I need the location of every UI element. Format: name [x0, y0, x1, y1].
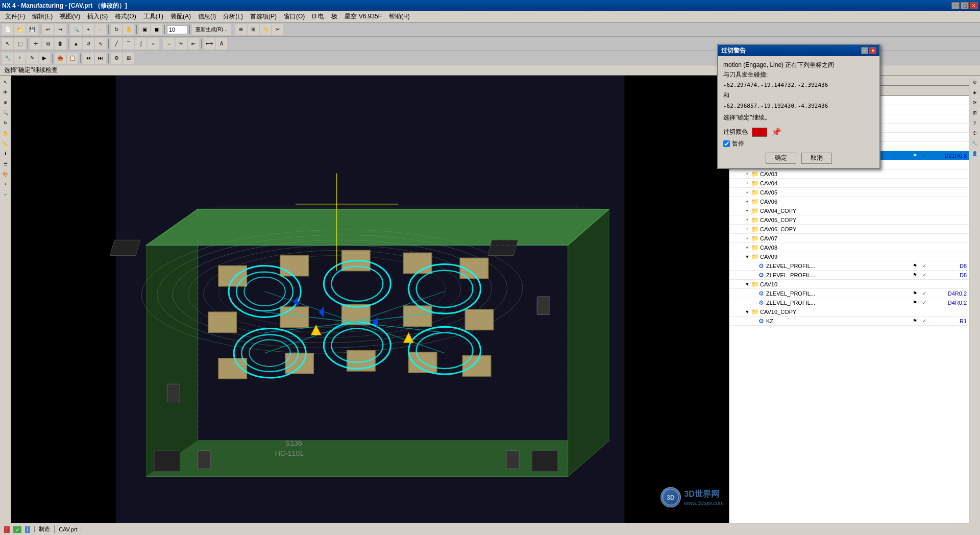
- tree-zlevel-2[interactable]: ⚙ ZLEVEL_PROFIL... ⚑ ✓ D8: [729, 271, 969, 280]
- dialog-pin-icon[interactable]: 📌: [771, 126, 781, 139]
- dialog-temp-checkbox[interactable]: [723, 140, 730, 147]
- sidebar-zoom-icon[interactable]: 🔍: [1, 108, 10, 117]
- create-op-btn[interactable]: +: [14, 53, 26, 64]
- tree-cav10[interactable]: ▼ 📁 CAV10: [729, 280, 969, 289]
- sidebar-minus-icon[interactable]: −: [1, 190, 10, 199]
- exp-cav10[interactable]: ▼: [744, 282, 751, 287]
- delete-btn[interactable]: 🗑: [55, 38, 66, 50]
- menu-file[interactable]: 文件(F): [2, 11, 28, 22]
- save-button[interactable]: 💾: [27, 24, 38, 35]
- note-btn[interactable]: A: [216, 38, 227, 50]
- sidebar-select-icon[interactable]: ↖: [1, 78, 10, 87]
- wireframe-btn[interactable]: ▣: [139, 24, 150, 35]
- sidebar-layer-icon[interactable]: ☰: [1, 159, 10, 168]
- open-button[interactable]: 📂: [14, 24, 26, 35]
- close-button[interactable]: ✕: [970, 2, 978, 9]
- tree-cav07[interactable]: + 📁 CAV07: [729, 234, 969, 243]
- sidebar-view-icon[interactable]: 👁: [1, 88, 10, 97]
- postproc-btn[interactable]: 📤: [55, 53, 66, 64]
- fillet-btn[interactable]: ⌣: [163, 38, 175, 50]
- trim-btn[interactable]: ✁: [176, 38, 187, 50]
- sidebar-measure-icon[interactable]: 📐: [1, 139, 10, 148]
- sidebar-pan-icon[interactable]: ✋: [1, 129, 10, 138]
- menu-analysis[interactable]: 分析(L): [220, 11, 246, 22]
- edit-op-btn[interactable]: ✎: [27, 53, 38, 64]
- rotate-view[interactable]: ↻: [111, 24, 122, 35]
- menu-info[interactable]: 信息(I): [195, 11, 219, 22]
- exp-cav05c[interactable]: +: [744, 217, 751, 223]
- menu-starspace[interactable]: 星空 V6.935F: [341, 11, 385, 22]
- sidebar-plus-icon[interactable]: +: [1, 180, 10, 189]
- rs-icon-person[interactable]: 👤: [970, 149, 979, 158]
- rs-icon-clock[interactable]: ⏱: [970, 129, 979, 138]
- menu-edit[interactable]: 编辑(E): [29, 11, 56, 22]
- menu-extreme[interactable]: 极: [328, 11, 340, 22]
- sidebar-rotate-icon[interactable]: ↻: [1, 118, 10, 128]
- restore-button[interactable]: ◻: [961, 2, 969, 9]
- select-btn[interactable]: ↖: [2, 38, 13, 50]
- dialog-cancel-button[interactable]: 取消: [801, 153, 832, 164]
- measure-button[interactable]: 📏: [260, 24, 271, 35]
- tree-cav10-copy[interactable]: ▼ 📁 CAV10_COPY: [729, 307, 969, 317]
- move-btn[interactable]: ✛: [30, 38, 41, 50]
- zoom-in[interactable]: +: [83, 24, 94, 35]
- tree-cav04[interactable]: + 📁 CAV04: [729, 179, 969, 188]
- circle-btn[interactable]: ○: [148, 38, 159, 50]
- rs-icon-3[interactable]: ⟳: [970, 98, 979, 107]
- dialog-minimize[interactable]: ─: [861, 47, 868, 54]
- extrude-btn[interactable]: ▲: [70, 38, 82, 50]
- zoom-input[interactable]: [167, 25, 187, 34]
- shop-doc-btn[interactable]: 📋: [67, 53, 78, 64]
- pan-view[interactable]: ✋: [123, 24, 134, 35]
- spline-btn[interactable]: ∫: [135, 38, 146, 50]
- dialog-color-swatch[interactable]: [752, 128, 767, 137]
- tree-cav04-copy[interactable]: + 📁 CAV04_COPY: [729, 206, 969, 215]
- new-button[interactable]: 📄: [2, 24, 13, 35]
- tree-cav09[interactable]: ▼ 📁 CAV09: [729, 252, 969, 261]
- rs-icon-2[interactable]: ◈: [970, 88, 979, 97]
- grid-button[interactable]: ⊞: [248, 24, 259, 35]
- op-nav-btn[interactable]: 🔧: [2, 53, 13, 64]
- tree-zlevel-1[interactable]: ⚙ ZLEVEL_PROFIL... ⚑ ✓ D8: [729, 261, 969, 271]
- tree-cav06-copy[interactable]: + 📁 CAV06_COPY: [729, 225, 969, 234]
- replay-btn[interactable]: ⏮: [83, 53, 94, 64]
- exp-cav03[interactable]: +: [744, 172, 751, 177]
- tree-cav06[interactable]: + 📁 CAV06: [729, 197, 969, 206]
- line-btn[interactable]: ╱: [111, 38, 122, 50]
- rs-icon-5[interactable]: ?: [970, 118, 979, 128]
- zoom-fit[interactable]: 🔍: [70, 24, 82, 35]
- menu-help[interactable]: 帮助(H): [386, 11, 413, 22]
- tree-cav03[interactable]: + 📁 CAV03: [729, 169, 969, 179]
- viewport[interactable]: S136 HC-1101 3D 3D世界网 www.3dsjw.com: [11, 76, 729, 523]
- menu-format[interactable]: 格式(O): [112, 11, 139, 22]
- rs-icon-4[interactable]: ⊞: [970, 108, 979, 117]
- sweep-btn[interactable]: ∿: [95, 38, 106, 50]
- tree-zlevel-4[interactable]: ⚙ ZLEVEL_PROFIL... ⚑ ✓ D4R0.2: [729, 298, 969, 307]
- tree-zlevel-3[interactable]: ⚙ ZLEVEL_PROFIL... ⚑ ✓ D4R0.2: [729, 289, 969, 298]
- dialog-ok-button[interactable]: 确定: [766, 153, 796, 164]
- rs-icon-1[interactable]: ⊙: [970, 78, 979, 87]
- shaded-btn[interactable]: ◼: [151, 24, 162, 35]
- menu-prefs[interactable]: 首选项(P): [247, 11, 280, 22]
- rs-icon-tool[interactable]: 🔧: [970, 139, 979, 148]
- exp-cav10c[interactable]: ▼: [744, 309, 751, 314]
- redo-button[interactable]: ↪: [55, 24, 66, 35]
- dialog-close[interactable]: ✕: [869, 47, 876, 54]
- dim-btn[interactable]: ⟷: [204, 38, 215, 50]
- copy-btn[interactable]: ⧉: [42, 38, 54, 50]
- menu-view[interactable]: 视图(V): [57, 11, 83, 22]
- revolve-btn[interactable]: ↺: [83, 38, 94, 50]
- select-all-btn[interactable]: ⬚: [14, 38, 26, 50]
- snap-button[interactable]: ⊕: [235, 24, 247, 35]
- exp-cav07[interactable]: +: [744, 236, 751, 241]
- exp-cav09[interactable]: ▼: [744, 254, 751, 259]
- tree-cav05[interactable]: + 📁 CAV05: [729, 188, 969, 197]
- menu-window[interactable]: 窗口(O): [281, 11, 308, 22]
- menu-tools[interactable]: 工具(T): [140, 11, 166, 22]
- sidebar-snap-icon[interactable]: ⊕: [1, 98, 10, 107]
- exp-cav05[interactable]: +: [744, 190, 751, 195]
- sidebar-info-icon[interactable]: ℹ: [1, 149, 10, 158]
- verify-op-btn[interactable]: ▶: [39, 53, 50, 64]
- regen-button[interactable]: 重新生成(R)...: [192, 24, 231, 35]
- exp-cav06[interactable]: +: [744, 199, 751, 204]
